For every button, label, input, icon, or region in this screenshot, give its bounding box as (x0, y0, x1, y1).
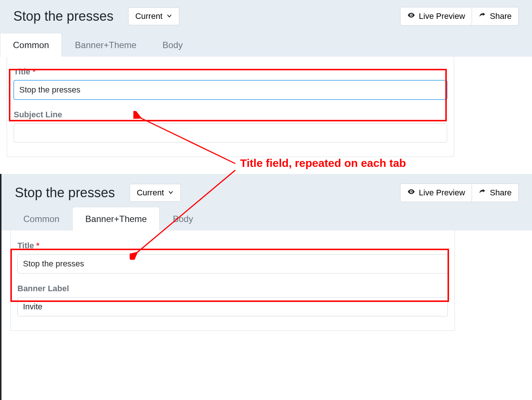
subject-line-input[interactable] (14, 123, 447, 142)
tab-banner-theme[interactable]: Banner+Theme (72, 207, 160, 231)
version-selector[interactable]: Current (128, 7, 179, 25)
chevron-down-icon (168, 188, 174, 198)
title-label-text: Title (17, 241, 34, 250)
title-field: Title* (17, 241, 448, 273)
tab-common[interactable]: Common (10, 207, 72, 231)
svg-point-0 (410, 14, 412, 16)
form-panel: Title* Subject Line (7, 57, 454, 157)
title-label: Title* (17, 241, 448, 251)
version-selector-label: Current (135, 11, 162, 21)
tabs: Common Banner+Theme Body (0, 33, 532, 57)
required-indicator: * (33, 67, 36, 76)
version-selector[interactable]: Current (130, 184, 180, 202)
screenshot-2: Stop the presses Current Live Preview S (0, 174, 532, 400)
live-preview-label: Live Preview (419, 188, 465, 198)
banner-label-input[interactable] (17, 297, 448, 316)
share-button[interactable]: Share (472, 184, 519, 202)
title-input[interactable] (17, 254, 448, 273)
screenshot-1: Stop the presses Current Live Preview S (0, 0, 532, 174)
version-selector-label: Current (137, 188, 164, 198)
header-actions: Live Preview Share (400, 184, 519, 202)
share-button[interactable]: Share (472, 7, 519, 26)
share-icon (479, 11, 486, 21)
share-label: Share (490, 188, 512, 198)
title-input[interactable] (14, 80, 447, 100)
share-icon (479, 188, 486, 198)
live-preview-button[interactable]: Live Preview (400, 7, 472, 26)
subject-line-label: Subject Line (14, 110, 447, 120)
tab-banner-theme[interactable]: Banner+Theme (62, 33, 149, 57)
eye-icon (407, 11, 415, 21)
required-indicator: * (36, 241, 40, 250)
tabs: Common Banner+Theme Body (1, 206, 532, 231)
tab-body[interactable]: Body (149, 33, 196, 57)
banner-label-label: Banner Label (17, 284, 448, 293)
version-selector-wrap: Current (128, 7, 179, 25)
live-preview-button[interactable]: Live Preview (400, 184, 472, 202)
annotation-text: Title field, repeated on each tab (240, 157, 406, 169)
tab-common[interactable]: Common (0, 33, 62, 57)
banner-label-field: Banner Label (17, 284, 448, 316)
title-label-text: Title (14, 67, 30, 76)
form-panel: Title* Banner Label (10, 231, 455, 331)
svg-point-1 (410, 191, 412, 192)
title-field: Title* (14, 67, 447, 100)
live-preview-label: Live Preview (419, 11, 465, 21)
header-actions: Live Preview Share (400, 7, 519, 26)
share-label: Share (490, 11, 512, 21)
tab-body[interactable]: Body (160, 207, 206, 231)
page-title: Stop the presses (15, 185, 115, 201)
page-header: Stop the presses Current Live Preview S (0, 0, 532, 33)
subject-line-field: Subject Line (14, 110, 447, 142)
page-header: Stop the presses Current Live Preview S (1, 174, 532, 206)
version-selector-wrap: Current (130, 184, 180, 202)
title-label: Title* (14, 67, 447, 77)
eye-icon (407, 188, 415, 198)
page-title: Stop the presses (13, 9, 113, 24)
chevron-down-icon (166, 11, 172, 21)
